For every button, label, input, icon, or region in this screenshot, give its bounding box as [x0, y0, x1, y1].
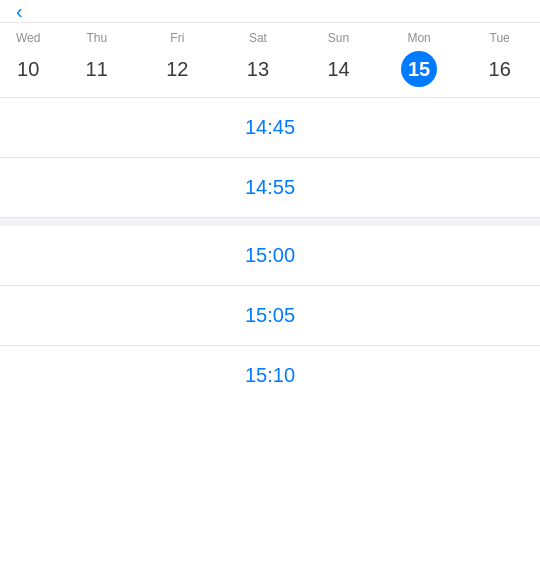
day-number-wed: 10 — [10, 51, 46, 87]
time-item[interactable]: 14:55 — [0, 158, 540, 218]
day-label-thu: Thu — [86, 31, 107, 45]
day-col-mon[interactable]: Mon15 — [379, 23, 460, 97]
day-col-fri[interactable]: Fri12 — [137, 23, 218, 97]
day-col-tue[interactable]: Tue16 — [459, 23, 540, 97]
header: ‹ — [0, 0, 540, 23]
day-col-thu[interactable]: Thu11 — [56, 23, 137, 97]
day-label-mon: Mon — [407, 31, 430, 45]
time-value: 15:00 — [245, 244, 295, 267]
back-button[interactable]: ‹ — [16, 2, 27, 21]
day-number-tue: 16 — [482, 51, 518, 87]
time-value: 14:45 — [245, 116, 295, 139]
day-selector: Wed10Thu11Fri12Sat13Sun14Mon15Tue16 — [0, 23, 540, 98]
day-label-fri: Fri — [170, 31, 184, 45]
back-chevron-icon: ‹ — [16, 1, 23, 21]
time-list: 14:4514:5515:0015:0515:10 — [0, 98, 540, 405]
time-section-divider — [0, 218, 540, 226]
day-label-sat: Sat — [249, 31, 267, 45]
day-label-wed: Wed — [16, 31, 40, 45]
day-col-sun[interactable]: Sun14 — [298, 23, 379, 97]
time-value: 15:05 — [245, 304, 295, 327]
day-number-thu: 11 — [79, 51, 115, 87]
time-item[interactable]: 15:05 — [0, 286, 540, 346]
day-number-fri: 12 — [159, 51, 195, 87]
day-col-sat[interactable]: Sat13 — [218, 23, 299, 97]
day-number-sat: 13 — [240, 51, 276, 87]
day-label-tue: Tue — [490, 31, 510, 45]
day-col-wed[interactable]: Wed10 — [0, 23, 56, 97]
day-number-mon: 15 — [401, 51, 437, 87]
time-value: 15:10 — [245, 364, 295, 387]
time-item[interactable]: 15:10 — [0, 346, 540, 405]
time-item[interactable]: 14:45 — [0, 98, 540, 158]
day-label-sun: Sun — [328, 31, 349, 45]
time-item[interactable]: 15:00 — [0, 226, 540, 286]
time-value: 14:55 — [245, 176, 295, 199]
day-number-sun: 14 — [321, 51, 357, 87]
